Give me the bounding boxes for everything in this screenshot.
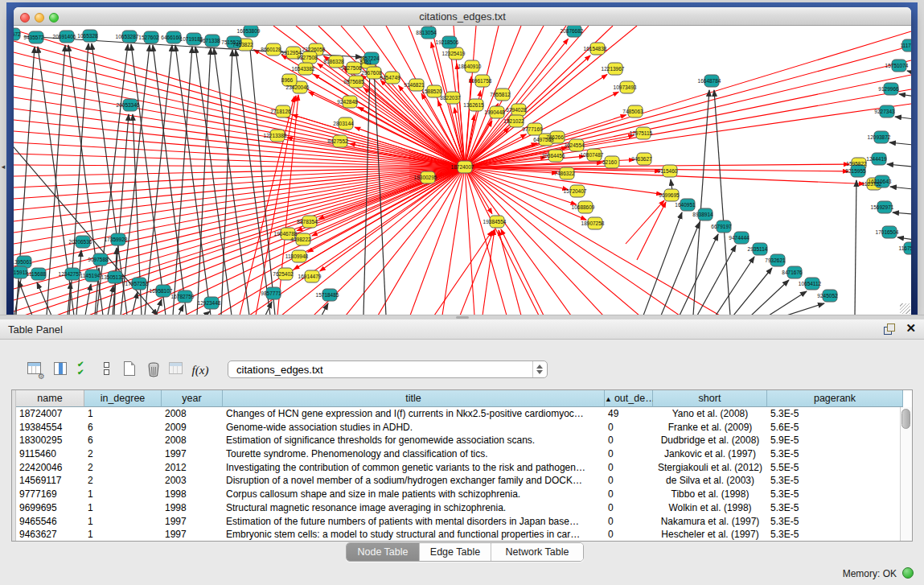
cell-title[interactable]: Genome-wide association studies in ADHD. xyxy=(223,421,605,435)
splitter-handle-icon[interactable] xyxy=(456,316,469,319)
cell-name[interactable]: 18300295 xyxy=(16,434,84,447)
table-row[interactable]: 1830029562008Estimation of significance … xyxy=(16,434,903,447)
cell-title[interactable]: Disruption of a novel member of a sodium… xyxy=(223,474,605,488)
cell-short[interactable]: Yano et al. (2008) xyxy=(653,407,767,421)
table-row[interactable]: 969969511998Structural magnetic resonanc… xyxy=(16,501,903,515)
column-header-name[interactable]: name xyxy=(16,390,84,407)
cell-name[interactable]: 14569117 xyxy=(16,474,84,488)
cell-name[interactable]: 9465546 xyxy=(16,515,84,529)
citation-network-graph[interactable]: 1872400774638228660128591295423226058982… xyxy=(14,26,911,315)
cell-year[interactable]: 2012 xyxy=(162,461,223,475)
cell-pagerank[interactable]: 5.3E-5 xyxy=(767,447,903,461)
column-header-out_de[interactable]: ▲out_de… xyxy=(605,390,653,407)
black-citation-edges[interactable] xyxy=(14,36,911,315)
cell-title[interactable]: Estimation of significance thresholds fo… xyxy=(223,434,605,447)
table-mode-button[interactable]: ⚙ xyxy=(24,360,45,381)
cell-in_degree[interactable]: 1 xyxy=(84,515,162,529)
table-row[interactable]: 1938455462009Genome-wide association stu… xyxy=(16,421,903,435)
cell-short[interactable]: Franke et al. (2009) xyxy=(653,421,767,435)
column-header-short[interactable]: short xyxy=(653,390,767,407)
cell-title[interactable]: Investigating the contribution of common… xyxy=(223,461,605,475)
tab-network-table[interactable]: Network Table xyxy=(491,543,583,561)
cell-pagerank[interactable]: 5.5E-5 xyxy=(767,461,903,475)
table-row[interactable]: 946554611997Estimation of the future num… xyxy=(16,515,903,529)
table-selector-dropdown[interactable]: citations_edges.txt xyxy=(228,360,548,378)
cell-out_de[interactable]: 0 xyxy=(605,421,653,435)
cell-year[interactable]: 1997 xyxy=(162,528,223,541)
column-header-year[interactable]: year xyxy=(162,390,223,407)
delete-table-button[interactable] xyxy=(166,360,187,381)
cell-short[interactable]: Nakamura et al. (1997) xyxy=(653,515,767,529)
cell-out_de[interactable]: 0 xyxy=(605,501,653,515)
cell-year[interactable]: 2008 xyxy=(162,434,223,447)
cell-title[interactable]: Embryonic stem cells: a model to study s… xyxy=(223,528,605,541)
cell-pagerank[interactable]: 5.3E-5 xyxy=(767,474,903,488)
cell-in_degree[interactable]: 1 xyxy=(84,407,162,421)
cell-short[interactable]: Hescheler et al. (1997) xyxy=(653,528,767,541)
cell-name[interactable]: 9463627 xyxy=(16,528,84,541)
cell-short[interactable]: Stergiakouli et al. (2012) xyxy=(653,461,767,475)
cell-title[interactable]: Tourette syndrome. Phenomenology and cla… xyxy=(223,447,605,461)
cell-pagerank[interactable]: 5.3E-5 xyxy=(767,528,903,541)
column-header-title[interactable]: title xyxy=(223,390,605,407)
cell-in_degree[interactable]: 6 xyxy=(84,434,162,447)
memory-ok-indicator-icon[interactable] xyxy=(902,567,914,579)
cell-short[interactable]: Wolkin et al. (1998) xyxy=(653,501,767,515)
cell-title[interactable]: Changes of HCN gene expression and I(f) … xyxy=(223,407,605,421)
cell-pagerank[interactable]: 5.3E-5 xyxy=(767,501,903,515)
cell-year[interactable]: 1997 xyxy=(162,447,223,461)
cell-title[interactable]: Corpus callosum shape and size in male p… xyxy=(223,488,605,501)
cell-name[interactable]: 19384554 xyxy=(16,421,84,435)
cell-in_degree[interactable]: 6 xyxy=(84,421,162,435)
cell-in_degree[interactable]: 1 xyxy=(84,528,162,541)
cell-short[interactable]: Jankovic et al. (1997) xyxy=(653,447,767,461)
cell-short[interactable]: Dudbridge et al. (2008) xyxy=(653,434,767,447)
panel-collapse-arrow-icon[interactable]: ◂ xyxy=(0,161,6,172)
cell-out_de[interactable]: 0 xyxy=(605,474,653,488)
tab-edge-table[interactable]: Edge Table xyxy=(420,543,491,561)
cell-name[interactable]: 22420046 xyxy=(16,461,84,475)
cell-in_degree[interactable]: 2 xyxy=(84,447,162,461)
row-height-button[interactable] xyxy=(97,360,117,381)
cell-pagerank[interactable]: 5.3E-5 xyxy=(767,407,903,421)
table-row[interactable]: 1872400712008Changes of HCN gene express… xyxy=(16,407,903,421)
cell-out_de[interactable]: 0 xyxy=(605,461,653,475)
scrollbar-thumb[interactable] xyxy=(901,409,910,429)
cell-in_degree[interactable]: 2 xyxy=(84,474,162,488)
cell-year[interactable]: 2003 xyxy=(162,474,223,488)
cell-out_de[interactable]: 0 xyxy=(605,488,653,501)
function-builder-button[interactable]: f(x) xyxy=(190,360,211,381)
column-header-in_degree[interactable]: in_degree xyxy=(84,390,162,407)
cell-name[interactable]: 18724007 xyxy=(16,407,84,421)
cell-year[interactable]: 1997 xyxy=(162,515,223,529)
close-panel-icon[interactable]: ✕ xyxy=(906,322,916,335)
float-panel-icon[interactable] xyxy=(884,323,895,335)
network-canvas[interactable]: 1872400774638228660128591295423226058982… xyxy=(14,26,911,315)
cell-out_de[interactable]: 0 xyxy=(605,434,653,447)
cell-pagerank[interactable]: 5.3E-5 xyxy=(767,515,903,529)
cell-year[interactable]: 2009 xyxy=(162,421,223,435)
cell-in_degree[interactable]: 1 xyxy=(84,501,162,515)
delete-column-button[interactable] xyxy=(143,360,164,381)
window-resize-grip[interactable] xyxy=(900,303,910,314)
cell-title[interactable]: Estimation of the future numbers of pati… xyxy=(223,515,605,529)
red-converging-edges[interactable] xyxy=(240,95,666,315)
cell-out_de[interactable]: 0 xyxy=(605,515,653,529)
cell-short[interactable]: Tibbo et al. (1998) xyxy=(653,488,767,501)
create-column-button[interactable] xyxy=(119,360,140,381)
cell-year[interactable]: 1998 xyxy=(162,501,223,515)
show-columns-button[interactable] xyxy=(50,360,71,381)
cell-title[interactable]: Structural magnetic resonance image aver… xyxy=(223,501,605,515)
cell-in_degree[interactable]: 2 xyxy=(84,461,162,475)
cell-name[interactable]: 9699695 xyxy=(16,501,84,515)
cell-out_de[interactable]: 0 xyxy=(605,528,653,541)
cell-pagerank[interactable]: 5.6E-5 xyxy=(767,421,903,435)
network-window-titlebar[interactable]: citations_edges.txt xyxy=(14,7,911,26)
cell-out_de[interactable]: 0 xyxy=(605,447,653,461)
cell-year[interactable]: 1998 xyxy=(162,488,223,501)
cell-out_de[interactable]: 49 xyxy=(605,407,653,421)
cell-name[interactable]: 9115460 xyxy=(16,447,84,461)
column-header-pagerank[interactable]: pagerank xyxy=(767,390,903,407)
table-scrollbar[interactable] xyxy=(900,407,912,541)
cell-in_degree[interactable]: 1 xyxy=(84,488,162,501)
